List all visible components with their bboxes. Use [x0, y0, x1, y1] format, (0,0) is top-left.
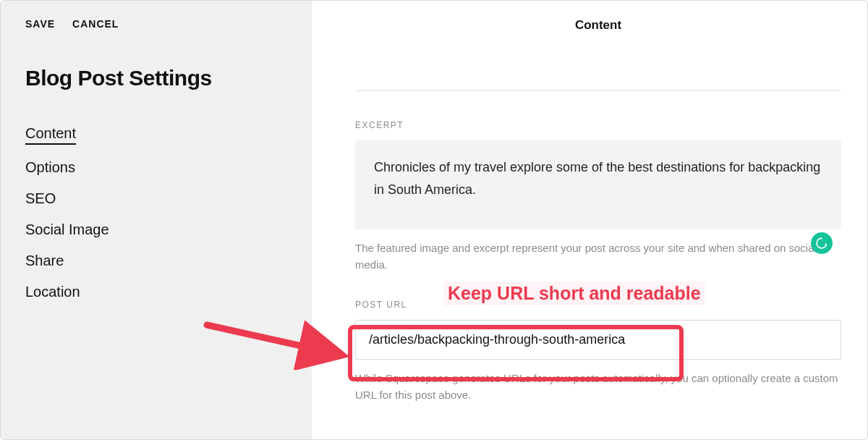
main-panel: Content EXCERPT Chronicles of my travel … — [312, 1, 867, 439]
cancel-button[interactable]: CANCEL — [72, 18, 119, 30]
sidebar-item-seo[interactable]: SEO — [25, 190, 56, 207]
post-url-label: POST URL — [355, 300, 841, 310]
grammarly-icon[interactable] — [811, 232, 833, 254]
topbar: SAVE CANCEL — [1, 1, 312, 37]
sidebar-item-options[interactable]: Options — [25, 159, 75, 176]
sidebar-item-share[interactable]: Share — [25, 253, 64, 269]
excerpt-helper: The featured image and excerpt represent… — [355, 240, 841, 274]
sidebar: SAVE CANCEL Blog Post Settings Content O… — [1, 1, 312, 439]
main-title: Content — [355, 18, 841, 90]
post-url-section: POST URL While Squarespace generates URL… — [355, 300, 841, 404]
sidebar-item-content[interactable]: Content — [25, 125, 76, 145]
sidebar-nav: Content Options SEO Social Image Share L… — [1, 112, 312, 313]
excerpt-label: EXCERPT — [355, 120, 841, 130]
excerpt-section: EXCERPT Chronicles of my travel explore … — [355, 120, 841, 274]
post-url-input[interactable] — [355, 320, 841, 360]
post-url-helper: While Squarespace generates URLs for you… — [355, 370, 841, 404]
sidebar-item-location[interactable]: Location — [25, 284, 80, 300]
divider — [355, 90, 841, 91]
save-button[interactable]: SAVE — [25, 18, 55, 30]
excerpt-textarea[interactable]: Chronicles of my travel explore some of … — [355, 140, 841, 229]
app-frame: SAVE CANCEL Blog Post Settings Content O… — [0, 0, 868, 440]
sidebar-item-social-image[interactable]: Social Image — [25, 221, 109, 238]
page-title: Blog Post Settings — [1, 37, 312, 112]
